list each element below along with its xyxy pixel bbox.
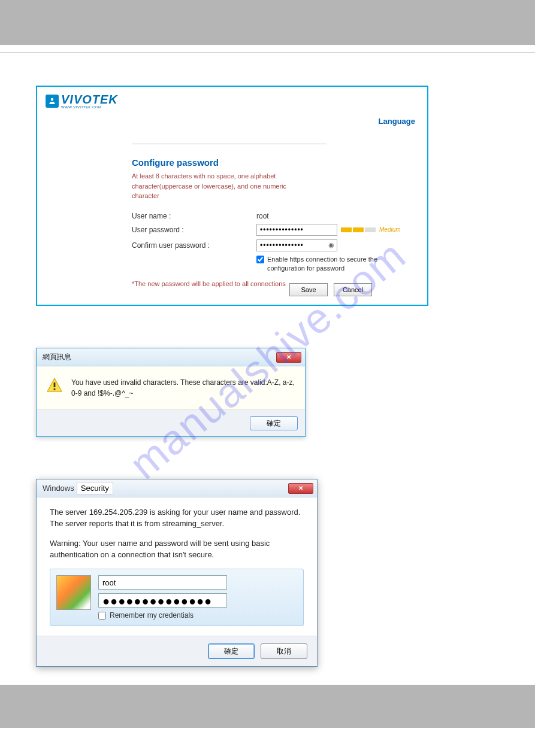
security-username-input[interactable] bbox=[98, 575, 227, 590]
warning-icon bbox=[46, 377, 63, 394]
security-close-icon[interactable]: ✕ bbox=[288, 483, 313, 494]
strength-label: Medium bbox=[379, 226, 401, 233]
svg-rect-2 bbox=[54, 388, 56, 390]
language-link[interactable]: Language bbox=[379, 117, 415, 126]
page-header-band bbox=[0, 0, 535, 45]
username-label: User name : bbox=[132, 212, 256, 220]
strength-bar-2 bbox=[353, 227, 364, 232]
security-title-bar: Windows Security ✕ bbox=[37, 479, 317, 497]
password-input[interactable] bbox=[256, 224, 337, 236]
windows-security-dialog: Windows Security ✕ The server 169.254.20… bbox=[36, 479, 318, 667]
vivotek-configure-dialog: VIVOTEK WWW.VIVOTEK.COM Language Configu… bbox=[36, 86, 428, 306]
security-text-1: The server 169.254.205.239 is asking for… bbox=[50, 507, 304, 530]
security-ok-button[interactable]: 確定 bbox=[208, 643, 255, 659]
cancel-button[interactable]: Cancel bbox=[334, 283, 372, 296]
security-title-prefix: Windows bbox=[43, 484, 74, 493]
msg-title-bar: 網頁訊息 ✕ bbox=[37, 348, 305, 366]
svg-rect-1 bbox=[54, 382, 56, 387]
msg-text: You have used invalid characters. These … bbox=[71, 377, 295, 399]
vivotek-logo-text: VIVOTEK bbox=[61, 93, 118, 106]
password-strength: Medium bbox=[341, 226, 401, 233]
page-content: manualshive.com VIVOTEK WWW.VIVOTEK.COM … bbox=[0, 53, 535, 667]
confirm-password-input[interactable] bbox=[256, 239, 337, 251]
svg-point-0 bbox=[51, 98, 53, 100]
confirm-password-label: Confirm user password : bbox=[132, 241, 256, 250]
msg-ok-button[interactable]: 確定 bbox=[250, 416, 298, 430]
credentials-box: ●●●●●●●●●●●●●● Remember my credentials bbox=[50, 569, 304, 626]
form-divider bbox=[132, 144, 327, 144]
vivotek-logo-icon bbox=[46, 95, 59, 108]
security-cancel-button[interactable]: 取消 bbox=[261, 643, 307, 659]
enable-https-checkbox[interactable] bbox=[256, 256, 264, 263]
show-password-icon[interactable]: ◉ bbox=[328, 241, 334, 249]
form-description: At least 8 characters with no space, one… bbox=[132, 171, 288, 201]
security-password-input[interactable]: ●●●●●●●●●●●●●● bbox=[98, 593, 227, 608]
username-value: root bbox=[256, 212, 269, 220]
enable-https-label: Enable https connection to secure the co… bbox=[267, 255, 410, 274]
strength-bar-1 bbox=[341, 227, 352, 232]
close-icon[interactable]: ✕ bbox=[276, 352, 301, 363]
vivotek-logo: VIVOTEK WWW.VIVOTEK.COM bbox=[46, 93, 118, 109]
save-button[interactable]: Save bbox=[289, 283, 328, 296]
configure-form: Configure password At least 8 characters… bbox=[132, 144, 410, 287]
remember-credentials-checkbox[interactable] bbox=[98, 612, 106, 620]
security-text-2: Warning: Your user name and password wil… bbox=[50, 538, 304, 561]
msg-title: 網頁訊息 bbox=[43, 352, 71, 362]
form-title: Configure password bbox=[132, 157, 410, 168]
page-footer-band bbox=[0, 685, 535, 728]
strength-bar-3 bbox=[365, 227, 376, 232]
remember-credentials-label: Remember my credentials bbox=[110, 611, 194, 620]
avatar-icon bbox=[56, 575, 91, 610]
password-label: User password : bbox=[132, 226, 256, 234]
security-title-main: Security bbox=[77, 482, 113, 494]
invalid-characters-dialog: 網頁訊息 ✕ You have used invalid characters.… bbox=[36, 348, 306, 437]
